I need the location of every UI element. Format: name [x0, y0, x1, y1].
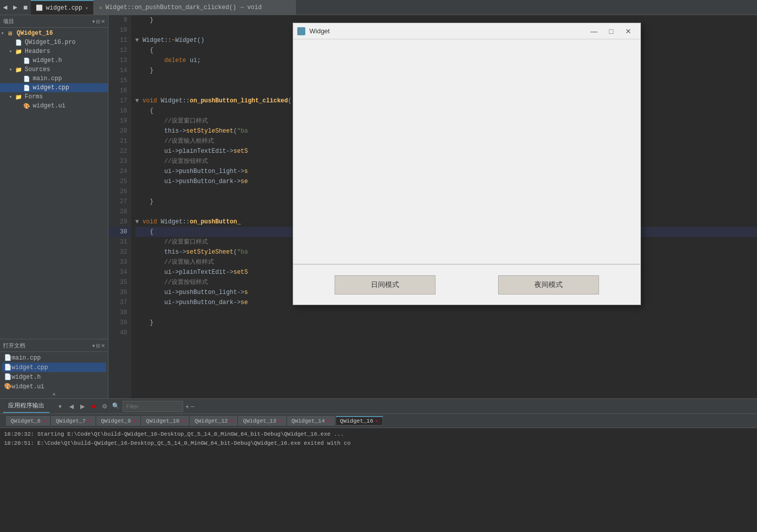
tree-item-widgetcpp[interactable]: ▸ 📄 widget.cpp — [0, 83, 108, 92]
tree-item-widgeth[interactable]: ▸ 📄 widget.h — [0, 56, 108, 65]
ui-icon: 🎨 — [23, 103, 31, 109]
tab-widget-cpp-label: widget.cpp — [46, 5, 82, 12]
pro-icon: 📄 — [15, 39, 23, 46]
open-docs-panel: 打开文档 ▾ ⊟ ✕ 📄 main.cpp 📄 widget.cpp — [0, 339, 108, 389]
od-widgetcpp-label: widget.cpp — [12, 364, 48, 371]
output-tabs: QWidget_6 ✕ QWidget_7 ✕ QWidget_9 ✕ QWid… — [2, 416, 387, 426]
sidebar-ctrl-close[interactable]: ✕ — [101, 19, 105, 24]
bottom-toolbar-back[interactable]: ◀ — [67, 402, 76, 411]
widget-maximize-button[interactable]: □ — [603, 25, 619, 37]
output-tab-qwidget10-close[interactable]: ✕ — [181, 418, 184, 424]
widget-controls: — □ ✕ — [586, 25, 636, 37]
output-tab-qwidget12-label: QWidget_12 — [194, 418, 228, 424]
nav-fwd-button[interactable]: ▶ — [10, 0, 20, 15]
widget-titlebar: Widget — □ ✕ — [293, 23, 640, 39]
output-tab-qwidget16-label: QWidget_16 — [340, 418, 373, 424]
open-docs-list: 📄 main.cpp 📄 widget.cpp 📄 widget.h 🎨 wid… — [0, 352, 108, 392]
open-doc-widgeth[interactable]: 📄 widget.h — [2, 372, 106, 382]
bottom-tab-output[interactable]: 应用程序输出 — [3, 399, 49, 413]
open-docs-ctrl-split[interactable]: ⊟ — [96, 343, 100, 348]
bottom-tabs: 应用程序输出 ▾ ◀ ▶ ■ ⚙ 🔍 + − — [0, 399, 757, 414]
tab-signal-label: Widget::on_pushButton_dark_clicked() → v… — [105, 4, 262, 11]
output-tab-qwidget10[interactable]: QWidget_10 ✕ — [141, 416, 189, 426]
output-tab-qwidget9[interactable]: QWidget_9 ✕ — [96, 416, 140, 426]
project-tree: ▾ 🖥 QWidget_16 ▸ 📄 QWidget_16.pro ▾ 📁 He… — [0, 28, 108, 339]
output-tab-qwidget7[interactable]: QWidget_7 ✕ — [51, 416, 95, 426]
tree-item-sources[interactable]: ▾ 📁 Sources — [0, 65, 108, 74]
output-tab-qwidget7-close[interactable]: ✕ — [88, 418, 91, 424]
tree-item-widgetui[interactable]: ▸ 🎨 widget.ui — [0, 101, 108, 110]
output-tab-qwidget6-label: QWidget_6 — [11, 418, 40, 424]
open-docs-ctrl-close[interactable]: ✕ — [101, 343, 105, 348]
sidebar-controls: ▾ ⊟ ✕ — [92, 19, 105, 24]
tree-item-headers[interactable]: ▾ 📁 Headers — [0, 47, 108, 56]
output-tab-qwidget14-close[interactable]: ✕ — [327, 418, 330, 424]
open-docs-title: 打开文档 — [3, 342, 25, 349]
tree-item-forms[interactable]: ▾ 📁 Forms — [0, 92, 108, 101]
zoom-out-button[interactable]: − — [190, 402, 194, 410]
output-tabs-row: QWidget_6 ✕ QWidget_7 ✕ QWidget_9 ✕ QWid… — [0, 414, 757, 428]
bottom-toolbar-gear[interactable]: ⚙ — [100, 402, 109, 411]
output-tab-qwidget10-label: QWidget_10 — [146, 418, 179, 424]
app-container: ◀ ▶ ◼ ⬜ widget.cpp ✕ ⬦ Widget::on_pushBu… — [0, 0, 757, 532]
output-tab-qwidget7-label: QWidget_7 — [56, 418, 85, 424]
bottom-panel: 应用程序输出 ▾ ◀ ▶ ■ ⚙ 🔍 + − QWidget_6 ✕ — [0, 398, 757, 532]
widget-window: Widget — □ ✕ 日间模式 夜间模式 — [293, 23, 641, 305]
tree-label-widgetui: widget.ui — [33, 102, 66, 109]
output-content: 18:20:32: Starting E:\Code\Qt\build-QWid… — [0, 428, 757, 532]
od-widgetcpp-icon: 📄 — [4, 364, 12, 371]
tab-signal[interactable]: ⬦ Widget::on_pushButton_dark_clicked() →… — [94, 0, 296, 15]
forms-folder-icon: 📁 — [15, 94, 23, 100]
output-tab-qwidget13-close[interactable]: ✕ — [278, 418, 281, 424]
open-docs-header: 打开文档 ▾ ⊟ ✕ — [0, 339, 108, 352]
open-doc-widgetcpp[interactable]: 📄 widget.cpp — [2, 363, 106, 372]
arrow-forms: ▾ — [9, 94, 15, 100]
output-line-2: 18:20:51: E:\Code\Qt\build-QWidget_16-De… — [4, 439, 753, 448]
sidebar-scroll-up[interactable]: ▲ — [0, 389, 108, 398]
od-maincpp-label: main.cpp — [12, 354, 41, 362]
sidebar: 项目 ▾ ⊟ ✕ ▾ 🖥 QWidget_16 ▸ 📄 QWi — [0, 15, 109, 398]
od-maincpp-icon: 📄 — [4, 354, 12, 362]
nav-back-button[interactable]: ◀ — [0, 0, 10, 15]
output-tab-qwidget9-label: QWidget_9 — [101, 418, 131, 424]
bottom-toolbar-fwd[interactable]: ▶ — [78, 402, 87, 411]
output-tab-qwidget14[interactable]: QWidget_14 ✕ — [287, 416, 335, 426]
output-tab-qwidget16-close[interactable]: ✕ — [375, 418, 379, 424]
widget-dark-mode-button[interactable]: 夜间模式 — [498, 275, 599, 294]
open-docs-controls: ▾ ⊟ ✕ — [92, 343, 105, 348]
tab-widget-cpp-close[interactable]: ✕ — [85, 5, 88, 11]
open-doc-maincpp[interactable]: 📄 main.cpp — [2, 353, 106, 363]
open-docs-ctrl-pin[interactable]: ▾ — [92, 343, 95, 348]
code-line-40 — [135, 328, 757, 338]
sidebar-header: 项目 ▾ ⊟ ✕ — [0, 15, 108, 28]
widget-minimize-button[interactable]: — — [586, 25, 602, 37]
output-tab-qwidget6[interactable]: QWidget_6 ✕ — [6, 416, 50, 426]
sources-folder-icon: 📁 — [15, 67, 23, 73]
tree-item-qwidget16[interactable]: ▾ 🖥 QWidget_16 — [0, 29, 108, 38]
sidebar-ctrl-split[interactable]: ⊟ — [96, 19, 100, 24]
zoom-in-button[interactable]: + — [185, 402, 189, 410]
output-tab-qwidget13[interactable]: QWidget_13 ✕ — [238, 416, 286, 426]
tree-item-maincpp[interactable]: ▸ 📄 main.cpp — [0, 74, 108, 83]
plus-minus-controls: + − — [185, 402, 194, 410]
output-tab-qwidget12-close[interactable]: ✕ — [230, 418, 233, 424]
tree-item-pro[interactable]: ▸ 📄 QWidget_16.pro — [0, 38, 108, 47]
nav-stop-button[interactable]: ◼ — [20, 0, 31, 15]
output-tab-qwidget6-close[interactable]: ✕ — [42, 418, 45, 424]
widget-light-mode-button[interactable]: 日间模式 — [335, 275, 436, 294]
bottom-toolbar-stop[interactable]: ■ — [89, 402, 98, 411]
widget-title: Widget — [309, 27, 586, 35]
output-tab-qwidget9-close[interactable]: ✕ — [133, 418, 136, 424]
widget-close-button[interactable]: ✕ — [620, 25, 636, 37]
sidebar-ctrl-pin[interactable]: ▾ — [92, 19, 95, 24]
tree-label-maincpp: main.cpp — [33, 75, 62, 82]
tab-bar: ◀ ▶ ◼ ⬜ widget.cpp ✕ ⬦ Widget::on_pushBu… — [0, 0, 757, 15]
tree-label-pro: QWidget_16.pro — [25, 39, 76, 46]
output-tab-qwidget16[interactable]: QWidget_16 ✕ — [336, 416, 383, 426]
filter-input[interactable] — [123, 401, 183, 412]
tab-widget-cpp[interactable]: ⬜ widget.cpp ✕ — [31, 0, 94, 15]
tree-label-forms: Forms — [25, 93, 43, 100]
output-tab-qwidget12[interactable]: QWidget_12 ✕ — [190, 416, 237, 426]
bottom-toolbar-pin[interactable]: ▾ — [56, 402, 65, 411]
line-numbers: 9 10 11 12 13 14 15 16 17 18 19 20 21 22… — [109, 15, 131, 398]
